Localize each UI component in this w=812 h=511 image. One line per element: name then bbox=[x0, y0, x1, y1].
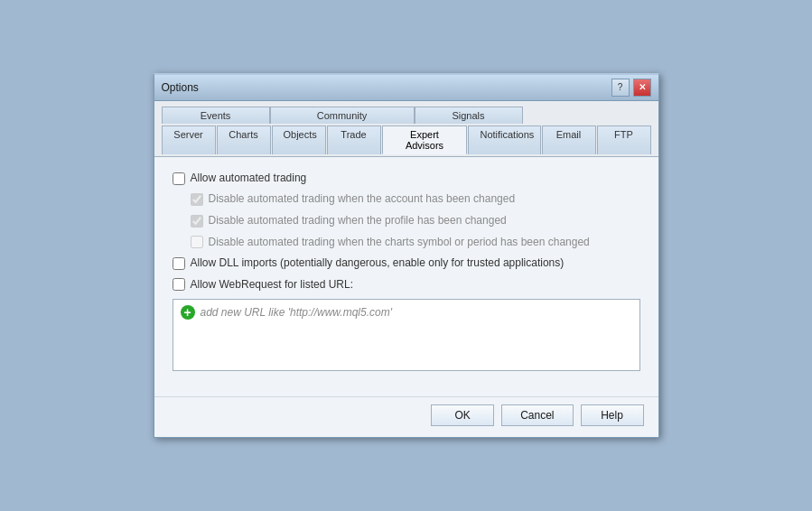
tab-expert-advisors[interactable]: Expert Advisors bbox=[382, 125, 468, 154]
ok-button[interactable]: OK bbox=[431, 404, 494, 426]
allow-automated-checkbox[interactable] bbox=[173, 172, 185, 185]
title-bar: Options ? ✕ bbox=[154, 75, 658, 101]
allow-web-checkbox[interactable] bbox=[173, 278, 185, 291]
allow-dll-label[interactable]: Allow DLL imports (potentially dangerous… bbox=[191, 256, 565, 271]
disable-account-checkbox[interactable] bbox=[191, 193, 203, 206]
tab-objects[interactable]: Objects bbox=[272, 125, 326, 154]
tab-charts[interactable]: Charts bbox=[217, 125, 271, 154]
allow-dll-checkbox[interactable] bbox=[173, 257, 185, 270]
tab-ftp[interactable]: FTP bbox=[597, 125, 651, 154]
disable-charts-checkbox[interactable] bbox=[191, 236, 203, 248]
help-title-button[interactable]: ? bbox=[611, 79, 630, 97]
bottom-tab-row: Server Charts Objects Trade Expert Advis… bbox=[162, 125, 651, 154]
tab-trade[interactable]: Trade bbox=[327, 125, 381, 154]
tab-events[interactable]: Events bbox=[162, 107, 270, 124]
url-list-box[interactable]: + add new URL like 'http://www.mql5.com' bbox=[173, 299, 640, 371]
disable-profile-label: Disable automated trading when the profi… bbox=[209, 214, 507, 228]
tab-notifications[interactable]: Notifications bbox=[468, 125, 540, 154]
disable-profile-checkbox[interactable] bbox=[191, 215, 203, 228]
allow-web-row: Allow WebRequest for listed URL: bbox=[173, 278, 640, 293]
button-row: OK Cancel Help bbox=[154, 396, 658, 437]
tab-server[interactable]: Server bbox=[162, 125, 216, 154]
cancel-button[interactable]: Cancel bbox=[501, 404, 573, 426]
tab-community[interactable]: Community bbox=[270, 107, 415, 124]
options-dialog: Options ? ✕ Events Community Signals Ser… bbox=[154, 73, 659, 439]
tab-signals[interactable]: Signals bbox=[415, 107, 523, 124]
top-tab-row: Events Community Signals bbox=[162, 107, 651, 124]
add-url-icon[interactable]: + bbox=[181, 305, 195, 320]
disable-charts-label: Disable automated trading when the chart… bbox=[209, 236, 590, 250]
allow-automated-label[interactable]: Allow automated trading bbox=[191, 172, 307, 186]
allow-web-label[interactable]: Allow WebRequest for listed URL: bbox=[191, 278, 354, 293]
tab-email[interactable]: Email bbox=[542, 125, 596, 154]
disable-profile-row: Disable automated trading when the profi… bbox=[191, 214, 640, 228]
url-add-row: + add new URL like 'http://www.mql5.com' bbox=[181, 305, 392, 320]
disable-account-row: Disable automated trading when the accou… bbox=[191, 192, 640, 207]
title-buttons: ? ✕ bbox=[611, 79, 651, 97]
disable-account-label: Disable automated trading when the accou… bbox=[209, 192, 516, 207]
close-title-button[interactable]: ✕ bbox=[633, 79, 651, 97]
disable-charts-row: Disable automated trading when the chart… bbox=[191, 236, 640, 250]
allow-dll-row: Allow DLL imports (potentially dangerous… bbox=[173, 256, 640, 271]
dialog-title: Options bbox=[162, 81, 199, 94]
allow-automated-row: Allow automated trading bbox=[173, 172, 640, 186]
content-area: Allow automated trading Disable automate… bbox=[154, 157, 658, 397]
url-hint: add new URL like 'http://www.mql5.com' bbox=[201, 306, 392, 319]
help-button[interactable]: Help bbox=[581, 404, 644, 426]
tab-area: Events Community Signals Server Charts O… bbox=[154, 101, 658, 157]
